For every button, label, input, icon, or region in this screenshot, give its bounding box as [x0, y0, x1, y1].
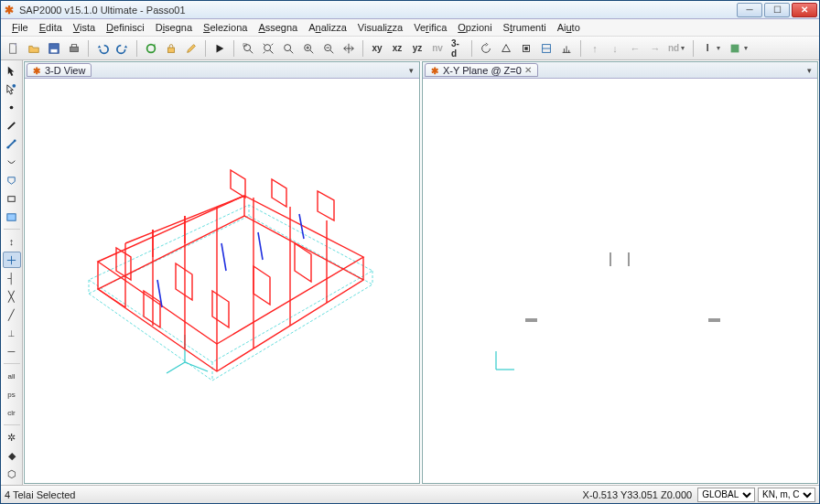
shrink-icon[interactable]	[517, 39, 535, 58]
up-arrow-icon[interactable]: ↑	[586, 39, 604, 58]
coord-system-select[interactable]: GLOBAL	[697, 488, 755, 502]
view-3d-button[interactable]: 3-d	[448, 39, 467, 58]
menu-seleziona[interactable]: Seleziona	[198, 20, 253, 35]
gear-icon[interactable]: ✲	[3, 429, 21, 445]
clear-select-icon[interactable]: clr	[3, 404, 21, 421]
menu-visualizza[interactable]: Visualizza	[352, 20, 408, 35]
draw-line-icon[interactable]	[3, 117, 21, 134]
print-icon[interactable]	[65, 39, 83, 58]
draw-cable-icon[interactable]	[3, 154, 21, 170]
save-icon[interactable]	[45, 39, 63, 58]
refresh-icon[interactable]	[142, 39, 160, 58]
toolbar-separator	[693, 40, 694, 57]
draw-point-icon[interactable]	[3, 99, 21, 115]
menu-file[interactable]: File	[6, 20, 34, 35]
redo-icon[interactable]	[113, 39, 132, 58]
canvas-xy[interactable]	[423, 79, 817, 483]
display-fill-icon[interactable]	[726, 39, 744, 58]
menu-analizza[interactable]: Analizza	[303, 20, 352, 35]
select-prev-icon[interactable]: ps	[3, 386, 21, 402]
menu-strumenti[interactable]: Strumenti	[498, 20, 552, 35]
svg-line-28	[8, 122, 15, 128]
svg-line-41	[185, 362, 208, 371]
select-all-icon[interactable]: all	[3, 368, 21, 384]
statusbar: 4 Telai Selected X-0.513 Y33.051 Z0.000 …	[1, 485, 819, 503]
draw-area-icon[interactable]	[3, 172, 21, 188]
units-select[interactable]: KN, m, C	[758, 488, 815, 502]
element-view-icon[interactable]	[537, 39, 556, 58]
snap-intersect-icon[interactable]: ╱	[3, 306, 21, 323]
right-arrow-icon[interactable]: →	[646, 39, 664, 58]
svg-line-55	[98, 289, 125, 307]
menu-opzioni[interactable]: Opzioni	[452, 20, 497, 35]
undo-icon[interactable]	[93, 39, 112, 58]
svg-rect-6	[168, 48, 175, 52]
main-toolbar: xy xz yz nv 3-d ↑ ↓ ← → nd ▾ I ▾ ▾	[1, 37, 819, 60]
misc-tool-icon[interactable]: ◆	[3, 447, 21, 464]
menu-aiuto[interactable]: Aiuto	[552, 20, 586, 35]
view-yz-button[interactable]: yz	[408, 39, 426, 58]
toolbar-separator	[88, 40, 89, 57]
pan-icon[interactable]	[340, 39, 358, 58]
snap-perp-icon[interactable]: ⟂	[3, 325, 21, 341]
menu-vista[interactable]: Vista	[68, 20, 101, 35]
left-arrow-icon[interactable]: ←	[626, 39, 644, 58]
close-button[interactable]: ✕	[792, 3, 817, 17]
svg-point-31	[14, 139, 16, 142]
quick-area-icon[interactable]	[3, 209, 21, 225]
toolbar-separator	[471, 40, 472, 57]
pane-dropdown-icon[interactable]: ▾	[409, 66, 417, 75]
nd-button[interactable]: nd	[666, 43, 681, 53]
zoom-out-icon[interactable]	[319, 39, 338, 58]
svg-rect-2	[51, 48, 58, 52]
work-area: ↕ ┤ ╳ ╱ ⟂ ─ all ps clr ✲ ◆ ⬡ ✱ 3-D Vie	[1, 60, 819, 485]
pencil-icon[interactable]	[182, 39, 200, 58]
view-xy-button[interactable]: xy	[368, 39, 386, 58]
snap-mid-icon[interactable]: ╳	[3, 288, 21, 305]
run-icon[interactable]	[210, 39, 229, 58]
menu-assegna[interactable]: Assegna	[253, 20, 303, 35]
menu-edita[interactable]: Edita	[34, 20, 68, 35]
draw-rect-icon[interactable]	[3, 190, 21, 207]
misc2-tool-icon[interactable]: ⬡	[3, 466, 21, 482]
svg-rect-32	[8, 196, 15, 201]
zoom-previous-icon[interactable]	[279, 39, 297, 58]
zoom-window-icon[interactable]	[239, 39, 257, 58]
rotate-icon[interactable]	[477, 39, 495, 58]
menu-disegna[interactable]: Disegna	[150, 20, 198, 35]
dropdown-icon[interactable]: ▾	[717, 44, 724, 52]
display-options-icon[interactable]	[557, 39, 576, 58]
pane-dropdown-icon[interactable]: ▾	[807, 66, 815, 75]
dropdown-icon[interactable]: ▾	[744, 44, 751, 52]
pointer-tool-icon[interactable]	[3, 62, 21, 79]
new-icon[interactable]	[5, 39, 23, 58]
snap-point-icon[interactable]	[3, 252, 21, 268]
canvas-3d[interactable]	[25, 79, 419, 483]
section-I-button[interactable]: I	[698, 39, 717, 58]
snap-line-icon[interactable]: ─	[3, 343, 21, 359]
zoom-in-icon[interactable]	[299, 39, 318, 58]
reshape-tool-icon[interactable]	[3, 80, 21, 97]
minimize-button[interactable]: ─	[737, 3, 762, 17]
down-arrow-icon[interactable]: ↓	[606, 39, 624, 58]
view-nv-button[interactable]: nv	[428, 39, 447, 58]
lock-icon[interactable]	[162, 39, 180, 58]
menubar: File Edita Vista Definisci Disegna Selez…	[1, 19, 819, 37]
menu-verifica[interactable]: Verifica	[408, 20, 452, 35]
svg-rect-4	[71, 44, 76, 47]
open-icon[interactable]	[25, 39, 43, 58]
zoom-extents-icon[interactable]	[259, 39, 277, 58]
tab-xy-plane[interactable]: ✱ X-Y Plane @ Z=0 ✕	[425, 63, 538, 77]
perspective-icon[interactable]	[497, 39, 515, 58]
tool-a-icon[interactable]: ↕	[3, 233, 21, 250]
menu-definisci[interactable]: Definisci	[101, 20, 150, 35]
dropdown-icon[interactable]: ▾	[681, 44, 688, 52]
model-3d-svg	[25, 79, 418, 483]
draw-frame-icon[interactable]	[3, 135, 21, 152]
tab-close-icon[interactable]: ✕	[524, 65, 532, 75]
maximize-button[interactable]: ☐	[764, 3, 790, 17]
snap-end-icon[interactable]: ┤	[3, 270, 21, 286]
tab-3d-view[interactable]: ✱ 3-D View	[27, 63, 92, 77]
view-xz-button[interactable]: xz	[388, 39, 406, 58]
svg-point-26	[12, 83, 16, 87]
